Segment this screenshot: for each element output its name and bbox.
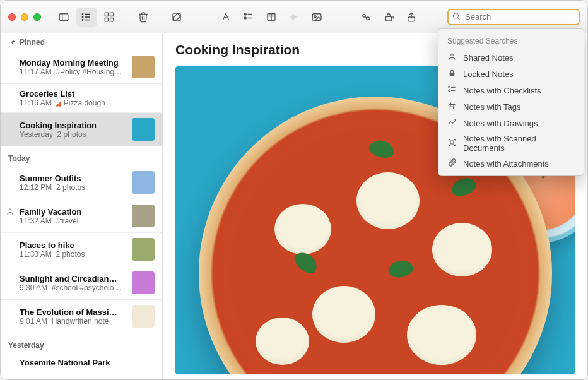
note-thumbnail — [132, 238, 155, 261]
suggested-search-label: Shared Notes — [463, 53, 514, 62]
note-time: Yesterday — [20, 130, 53, 139]
note-time: 11:32 AM — [20, 217, 52, 225]
svg-point-15 — [244, 17, 246, 19]
note-row[interactable]: The Evolution of Massi…9:01 AM Handwritt… — [1, 300, 162, 333]
dropdown-title: Suggested Searches — [438, 34, 584, 49]
note-meta: 2 photos — [57, 130, 86, 139]
svg-point-34 — [449, 86, 450, 88]
note-thumbnail — [132, 118, 155, 141]
svg-rect-33 — [450, 73, 455, 76]
format-controls: ▾ — [215, 8, 328, 27]
attachment-icon — [447, 158, 457, 169]
note-meta: Handwritten note — [52, 317, 109, 326]
suggested-search-item[interactable]: Notes with Attachments — [438, 155, 584, 172]
svg-rect-0 — [59, 13, 68, 20]
note-title: Summer Outfits — [20, 174, 126, 183]
note-time: 9:01 AM — [20, 317, 47, 326]
pizza-slice-icon: ◢ — [56, 98, 61, 107]
record-audio-button[interactable] — [283, 8, 305, 27]
search-icon — [452, 11, 461, 22]
view-controls — [52, 8, 155, 27]
svg-point-32 — [451, 54, 454, 56]
note-meta: #Policy #Housing… — [56, 68, 122, 76]
scan-icon — [447, 138, 457, 149]
lock-icon — [447, 68, 457, 80]
share-button[interactable] — [401, 8, 422, 27]
yesterday-section-header: Yesterday — [1, 333, 162, 353]
chevron-down-icon: ▾ — [320, 14, 323, 20]
suggested-search-item[interactable]: Shared Notes — [438, 49, 584, 66]
svg-point-7 — [82, 19, 83, 20]
note-meta: Pizza dough — [64, 98, 105, 107]
list-view-button[interactable] — [76, 8, 97, 27]
suggested-search-item[interactable]: Notes with Scanned Documents — [438, 131, 584, 155]
toggle-sidebar-button[interactable] — [53, 8, 74, 27]
svg-rect-11 — [110, 18, 114, 21]
svg-line-39 — [453, 103, 454, 109]
chevron-down-icon: ▾ — [392, 14, 395, 20]
svg-line-38 — [450, 103, 450, 109]
note-title: Places to hike — [20, 240, 126, 250]
minimize-window-button[interactable] — [21, 13, 28, 21]
toolbar-divider — [160, 9, 160, 25]
suggested-search-label: Notes with Checklists — [463, 86, 541, 95]
suggested-search-item[interactable]: Notes with Tags — [438, 98, 584, 115]
note-row[interactable]: Monday Morning Meeting11:17 AM #Policy #… — [1, 50, 162, 84]
suggested-search-label: Notes with Scanned Documents — [463, 134, 575, 153]
note-title: Monday Morning Meeting — [20, 58, 126, 68]
note-row[interactable]: Sunlight and Circadian…9:30 AM #school #… — [1, 266, 162, 300]
note-thumbnail — [132, 205, 155, 227]
shared-icon — [6, 207, 15, 218]
table-button[interactable] — [261, 8, 282, 27]
svg-line-31 — [458, 18, 460, 20]
yesterday-label: Yesterday — [8, 341, 44, 350]
svg-point-5 — [82, 13, 83, 15]
note-row[interactable]: Family Vacation11:32 AM #travel — [1, 199, 162, 233]
svg-point-30 — [453, 13, 458, 18]
share-controls: ▾ — [355, 8, 423, 27]
note-meta: #school #psycholo… — [52, 283, 122, 292]
pin-icon — [8, 39, 16, 46]
svg-point-25 — [314, 15, 316, 17]
today-label: Today — [8, 154, 30, 163]
suggested-search-item[interactable]: Notes with Drawings — [438, 115, 584, 131]
note-thumbnail — [132, 271, 155, 294]
link-button[interactable] — [355, 8, 377, 27]
note-time: 11:17 AM — [20, 68, 52, 76]
svg-rect-8 — [105, 13, 108, 16]
suggested-search-item[interactable]: Notes with Checklists — [438, 82, 584, 98]
delete-button[interactable] — [132, 8, 154, 27]
compose-controls — [165, 8, 188, 27]
checklist-icon — [447, 85, 457, 96]
lock-button[interactable]: ▾ — [378, 8, 399, 27]
note-thumbnail — [132, 305, 155, 328]
note-time: 11:16 AM — [20, 98, 52, 107]
insert-media-button[interactable]: ▾ — [306, 8, 327, 27]
new-note-button[interactable] — [166, 8, 187, 27]
checklist-button[interactable] — [238, 8, 259, 27]
note-meta: 2 photos — [56, 250, 85, 259]
note-row[interactable]: Groceries List11:16 AM ◢ Pizza dough — [1, 84, 162, 113]
note-row[interactable]: Summer Outfits12:12 PM 2 photos — [1, 166, 162, 199]
note-row[interactable]: Yosemite National Park — [1, 353, 162, 380]
suggested-search-label: Locked Notes — [463, 69, 514, 79]
note-title: Sunlight and Circadian… — [20, 274, 126, 283]
suggested-search-item[interactable]: Locked Notes — [438, 66, 584, 82]
fullscreen-window-button[interactable] — [33, 13, 41, 21]
gallery-view-button[interactable] — [98, 8, 120, 27]
note-time: 9:30 AM — [20, 283, 47, 292]
note-title: Groceries List — [20, 89, 155, 98]
svg-point-36 — [449, 90, 450, 92]
pinned-section-header: Pinned — [1, 33, 162, 50]
shared-icon — [447, 52, 457, 63]
note-row[interactable]: Places to hike11:30 AM 2 photos — [1, 233, 162, 266]
note-row[interactable]: Cooking InspirationYesterday 2 photos — [1, 113, 162, 146]
notes-sidebar: Pinned Monday Morning Meeting11:17 AM #P… — [1, 33, 163, 380]
svg-rect-42 — [450, 141, 454, 144]
note-title: Cooking Inspiration — [20, 121, 126, 130]
svg-point-6 — [82, 16, 83, 18]
note-time: 11:30 AM — [20, 250, 52, 259]
search-input[interactable] — [447, 9, 580, 25]
close-window-button[interactable] — [8, 13, 16, 21]
format-text-button[interactable] — [215, 8, 237, 27]
